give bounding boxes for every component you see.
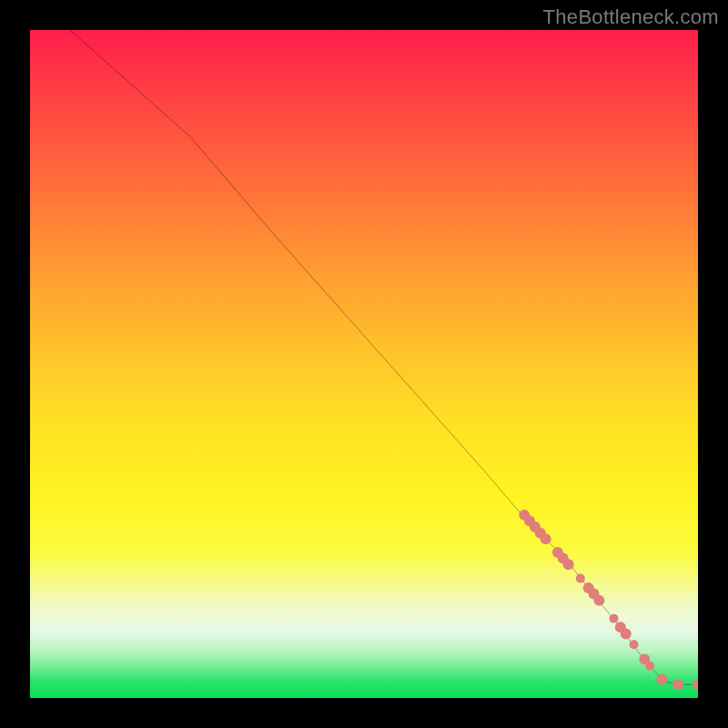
marker-dot <box>576 574 585 583</box>
marker-dot <box>656 673 667 684</box>
marker-dot <box>645 662 654 671</box>
marker-dot <box>630 640 639 649</box>
bottleneck-curve-line <box>70 30 698 684</box>
marker-dot <box>672 679 683 690</box>
marker-dot <box>621 629 632 640</box>
marker-dot <box>563 559 574 570</box>
watermark-text: TheBottleneck.com <box>543 5 719 29</box>
marker-dot <box>610 614 619 623</box>
plot-area <box>30 30 698 698</box>
chart-frame: TheBottleneck.com <box>0 0 728 728</box>
marker-dot <box>693 679 698 690</box>
marker-dot <box>593 595 604 606</box>
marker-dot <box>541 533 551 544</box>
marker-cluster <box>519 510 698 690</box>
chart-overlay-svg <box>30 30 698 698</box>
bottleneck-curve <box>70 30 698 684</box>
